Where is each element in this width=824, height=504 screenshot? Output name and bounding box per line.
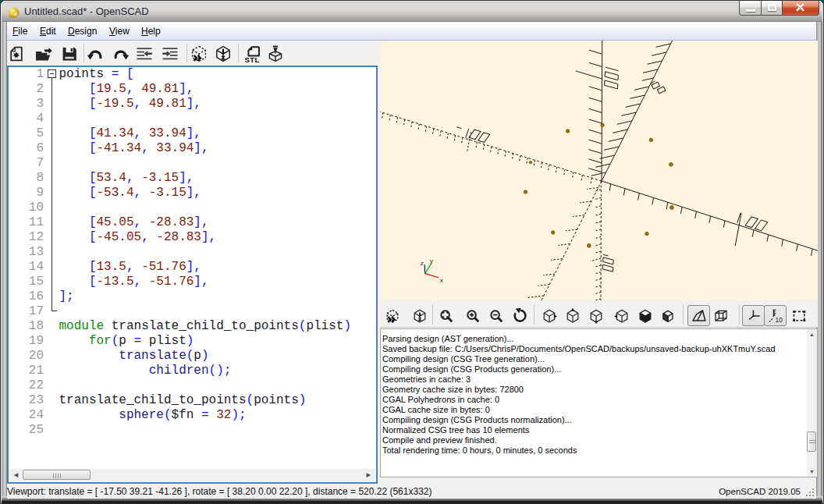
svg-text:STL: STL [245,55,260,63]
svg-text:z: z [421,260,424,267]
svg-text:10: 10 [775,316,783,324]
svg-text:y: y [430,257,434,264]
svg-text:x: x [440,277,444,284]
